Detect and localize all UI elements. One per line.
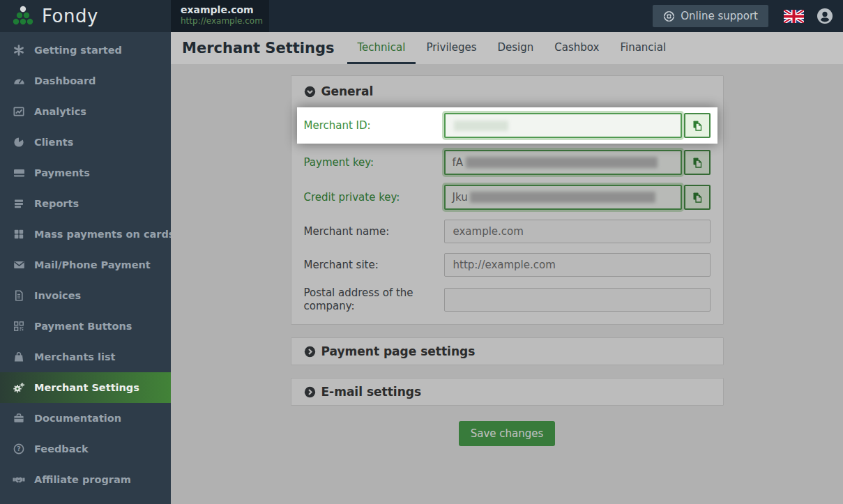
sidebar-item-reports[interactable]: Reports — [0, 188, 171, 219]
merchant-selector[interactable]: example.com http://example.com — [171, 0, 269, 32]
chevron-down-circle-icon — [304, 86, 316, 98]
credit-private-key-masked-value — [470, 192, 655, 203]
chevron-right-circle-icon — [304, 386, 316, 398]
email-settings-panel: E-mail settings — [291, 378, 724, 406]
credit-private-key-visible-prefix: Jku — [453, 191, 468, 204]
sidebar-item-payments[interactable]: Payments — [0, 158, 171, 188]
postal-address-row: Postal address of the company: — [291, 282, 723, 324]
copy-icon — [692, 192, 703, 204]
credit-private-key-input[interactable]: Jku — [444, 185, 682, 210]
general-panel-title: General — [321, 84, 374, 98]
shopping-bag-icon — [13, 351, 25, 362]
sidebar-item-invoices[interactable]: Invoices — [0, 280, 171, 311]
top-bar: Fondy example.com http://example.com Onl… — [0, 0, 843, 32]
merchant-id-masked-value — [454, 121, 508, 131]
merchant-site-label: Merchant site: — [304, 259, 444, 272]
line-chart-icon — [13, 106, 25, 117]
credit-card-icon — [13, 167, 25, 178]
chevron-right-circle-icon — [304, 346, 316, 358]
merchant-id-row: Merchant ID: — [297, 107, 717, 144]
briefcase-icon — [13, 413, 25, 424]
sidebar: Getting started Dashboard Analytics Clie… — [0, 32, 171, 504]
speedometer-icon — [13, 75, 25, 86]
tab-technical[interactable]: Technical — [347, 32, 416, 64]
tab-financial[interactable]: Financial — [609, 32, 676, 64]
merchant-id-copy-button[interactable] — [684, 113, 711, 138]
user-avatar-icon — [816, 7, 834, 25]
payment-page-settings-header[interactable]: Payment page settings — [291, 338, 723, 365]
online-support-label: Online support — [681, 10, 758, 22]
general-panel-header[interactable]: General — [291, 76, 723, 106]
credit-private-key-row: Credit private key: Jku — [291, 180, 723, 215]
credit-private-key-label: Credit private key: — [304, 191, 444, 204]
credit-private-key-copy-button[interactable] — [684, 185, 711, 210]
sidebar-item-documentation[interactable]: Documentation — [0, 403, 171, 434]
pie-chart-icon — [13, 137, 25, 148]
merchant-name-label: Merchant name: — [304, 225, 444, 238]
online-support-button[interactable]: Online support — [653, 5, 768, 27]
save-changes-button[interactable]: Save changes — [459, 421, 556, 446]
payment-key-copy-button[interactable] — [684, 150, 711, 175]
uk-flag-icon[interactable] — [784, 10, 804, 23]
fondy-logo-icon — [11, 5, 35, 27]
payment-key-label: Payment key: — [304, 156, 444, 169]
tab-cashbox[interactable]: Cashbox — [544, 32, 609, 64]
tab-privileges[interactable]: Privileges — [416, 32, 487, 64]
document-icon — [13, 290, 25, 301]
payment-key-masked-value — [466, 157, 658, 168]
payment-page-settings-title: Payment page settings — [321, 344, 476, 358]
merchant-selector-name: example.com — [181, 4, 259, 16]
list-icon — [13, 198, 25, 209]
sidebar-item-analytics[interactable]: Analytics — [0, 96, 171, 127]
tab-bar: Technical Privileges Design Cashbox Fina… — [347, 32, 677, 64]
life-ring-icon — [663, 10, 675, 22]
postal-address-label: Postal address of the company: — [304, 287, 444, 313]
payment-key-input[interactable]: fA — [444, 150, 682, 175]
merchant-name-row: Merchant name: — [291, 215, 723, 248]
settings-content: General Merchant ID: — [171, 64, 843, 474]
sidebar-item-merchant-settings[interactable]: Merchant Settings — [0, 372, 171, 403]
payment-page-settings-panel: Payment page settings — [291, 337, 724, 365]
brand-name: Fondy — [42, 6, 98, 26]
svg-text:?: ? — [17, 445, 21, 452]
brand-logo[interactable]: Fondy — [0, 0, 171, 32]
copy-icon — [692, 120, 703, 132]
sidebar-item-affiliate-program[interactable]: Affiliate program — [0, 464, 171, 495]
sidebar-item-dashboard[interactable]: Dashboard — [0, 66, 171, 96]
merchant-id-label: Merchant ID: — [304, 119, 444, 132]
page-title: Merchant Settings — [182, 40, 335, 56]
merchant-selector-url: http://example.com — [181, 16, 259, 26]
sidebar-item-clients[interactable]: Clients — [0, 127, 171, 158]
payment-key-visible-prefix: fA — [453, 156, 464, 169]
general-panel: General Merchant ID: — [291, 75, 724, 325]
main-area: Merchant Settings Technical Privileges D… — [171, 32, 843, 504]
sidebar-item-getting-started[interactable]: Getting started — [0, 35, 171, 66]
sidebar-item-merchants-list[interactable]: Merchants list — [0, 342, 171, 372]
merchant-site-row: Merchant site: — [291, 248, 723, 282]
sidebar-item-mass-payments[interactable]: Mass payments on cards — [0, 219, 171, 250]
payment-key-row: Payment key: fA — [291, 145, 723, 180]
merchant-site-input[interactable] — [444, 253, 711, 277]
merchant-name-input[interactable] — [444, 220, 711, 243]
tab-design[interactable]: Design — [487, 32, 545, 64]
app-window: Fondy example.com http://example.com Onl… — [0, 0, 843, 504]
handshake-icon — [13, 474, 25, 485]
save-row: Save changes — [171, 418, 843, 474]
email-settings-title: E-mail settings — [321, 385, 422, 399]
envelope-icon — [13, 259, 25, 270]
sidebar-item-mail-phone-payment[interactable]: Mail/Phone Payment — [0, 250, 171, 280]
copy-icon — [692, 157, 703, 169]
page-header: Merchant Settings Technical Privileges D… — [171, 32, 843, 64]
email-settings-header[interactable]: E-mail settings — [291, 379, 723, 405]
user-account-button[interactable] — [816, 7, 834, 25]
asterisk-icon — [13, 45, 25, 56]
sidebar-item-feedback[interactable]: ? Feedback — [0, 434, 171, 464]
question-circle-icon: ? — [13, 443, 25, 455]
merchant-id-input[interactable] — [444, 113, 682, 138]
sidebar-item-payment-buttons[interactable]: Payment Buttons — [0, 311, 171, 342]
postal-address-input[interactable] — [444, 288, 711, 312]
qrcode-icon — [13, 321, 25, 332]
grid-icon — [13, 229, 25, 240]
gears-icon — [13, 382, 25, 393]
